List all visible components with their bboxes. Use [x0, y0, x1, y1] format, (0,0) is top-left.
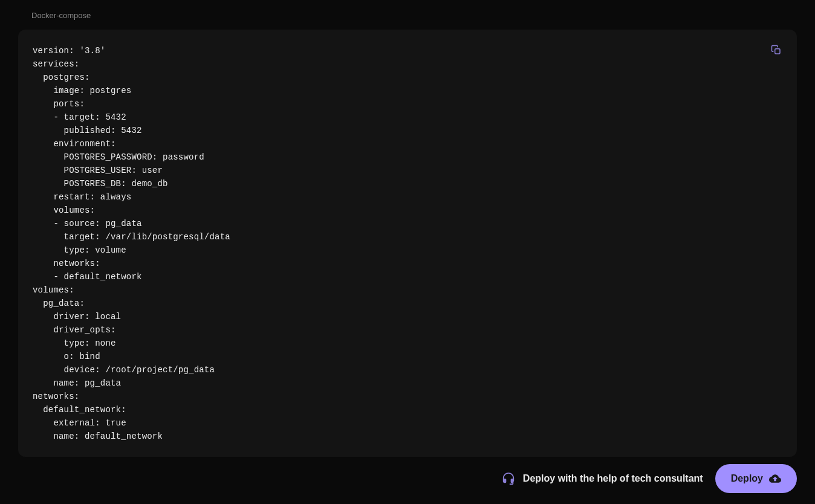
cloud-upload-icon	[769, 473, 781, 485]
consultant-link[interactable]: Deploy with the help of tech consultant	[501, 471, 703, 486]
copy-button[interactable]	[768, 42, 785, 59]
docker-compose-code: version: '3.8' services: postgres: image…	[33, 44, 782, 443]
footer-actions: Deploy with the help of tech consultant …	[501, 464, 797, 493]
code-container: version: '3.8' services: postgres: image…	[18, 30, 797, 457]
consultant-label: Deploy with the help of tech consultant	[523, 473, 703, 484]
section-title: Docker-compose	[0, 0, 815, 20]
deploy-label: Deploy	[731, 473, 763, 484]
deploy-button[interactable]: Deploy	[715, 464, 797, 493]
headset-icon	[501, 471, 516, 486]
copy-icon	[771, 45, 782, 56]
svg-rect-0	[775, 49, 780, 54]
